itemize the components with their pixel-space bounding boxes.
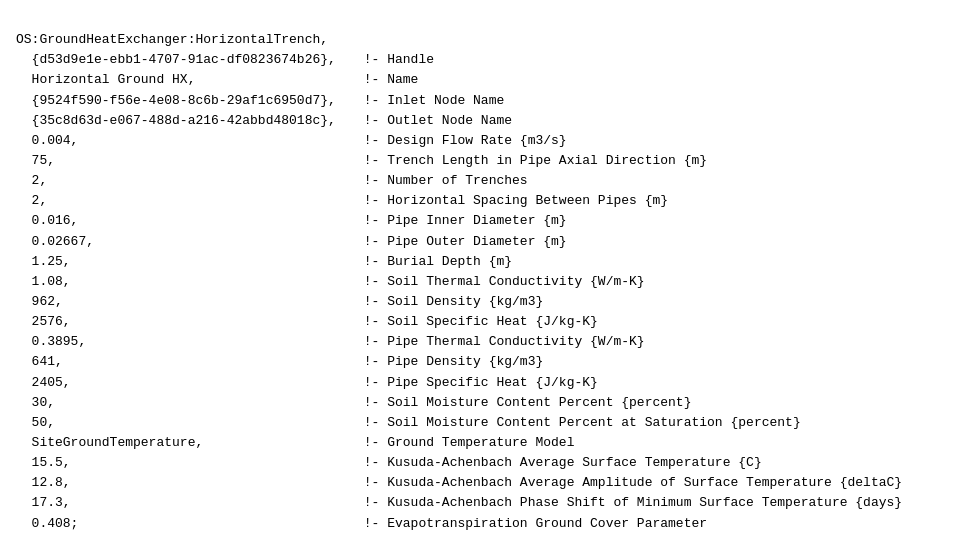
code-line: {d53d9e1e-ebb1-4707-91ac-df0823674b26}, …: [16, 50, 944, 70]
code-separator: [356, 272, 364, 292]
code-line: 17.3, !- Kusuda-Achenbach Phase Shift of…: [16, 493, 944, 513]
code-separator: [356, 131, 364, 151]
code-comment: !- Horizontal Spacing Between Pipes {m}: [364, 191, 668, 211]
code-block: OS:GroundHeatExchanger:HorizontalTrench,…: [0, 0, 960, 540]
code-comment: !- Pipe Inner Diameter {m}: [364, 211, 567, 231]
code-line: SiteGroundTemperature, !- Ground Tempera…: [16, 433, 944, 453]
code-line: 0.016, !- Pipe Inner Diameter {m}: [16, 211, 944, 231]
code-left: 0.3895,: [16, 332, 356, 352]
code-comment: !- Soil Thermal Conductivity {W/m-K}: [364, 272, 645, 292]
code-separator: [356, 493, 364, 513]
code-comment: !- Pipe Outer Diameter {m}: [364, 232, 567, 252]
code-left: 2405,: [16, 373, 356, 393]
code-left: 12.8,: [16, 473, 356, 493]
code-comment: !- Soil Moisture Content Percent at Satu…: [364, 413, 801, 433]
code-separator: [356, 111, 364, 131]
code-comment: !- Kusuda-Achenbach Average Amplitude of…: [364, 473, 902, 493]
code-left: SiteGroundTemperature,: [16, 433, 356, 453]
code-separator: [356, 373, 364, 393]
code-left: 1.25,: [16, 252, 356, 272]
code-separator: [356, 70, 364, 90]
code-separator: [356, 171, 364, 191]
code-left: 0.016,: [16, 211, 356, 231]
code-separator: [356, 191, 364, 211]
code-line: 0.004, !- Design Flow Rate {m3/s}: [16, 131, 944, 151]
code-left: 1.08,: [16, 272, 356, 292]
code-line: 50, !- Soil Moisture Content Percent at …: [16, 413, 944, 433]
code-separator: [356, 211, 364, 231]
code-left: 50,: [16, 413, 356, 433]
code-left: 2,: [16, 191, 356, 211]
code-line: 30, !- Soil Moisture Content Percent {pe…: [16, 393, 944, 413]
code-left: 15.5,: [16, 453, 356, 473]
code-line: {35c8d63d-e067-488d-a216-42abbd48018c}, …: [16, 111, 944, 131]
code-separator: [356, 332, 364, 352]
code-comment: !- Name: [364, 70, 419, 90]
code-comment: !- Inlet Node Name: [364, 91, 504, 111]
code-line: 0.02667, !- Pipe Outer Diameter {m}: [16, 232, 944, 252]
code-comment: !- Pipe Specific Heat {J/kg-K}: [364, 373, 598, 393]
code-left: 2576,: [16, 312, 356, 332]
code-left: 641,: [16, 352, 356, 372]
code-line: 1.25, !- Burial Depth {m}: [16, 252, 944, 272]
code-comment: !- Trench Length in Pipe Axial Direction…: [364, 151, 707, 171]
code-comment: !- Pipe Density {kg/m3}: [364, 352, 543, 372]
code-left: {35c8d63d-e067-488d-a216-42abbd48018c},: [16, 111, 356, 131]
code-left: {9524f590-f56e-4e08-8c6b-29af1c6950d7},: [16, 91, 356, 111]
code-line: 1.08, !- Soil Thermal Conductivity {W/m-…: [16, 272, 944, 292]
code-separator: [356, 473, 364, 493]
code-comment: !- Soil Moisture Content Percent {percen…: [364, 393, 692, 413]
code-comment: !- Burial Depth {m}: [364, 252, 512, 272]
code-line: {9524f590-f56e-4e08-8c6b-29af1c6950d7}, …: [16, 91, 944, 111]
code-left: {d53d9e1e-ebb1-4707-91ac-df0823674b26},: [16, 50, 356, 70]
code-line: 0.408; !- Evapotranspiration Ground Cove…: [16, 514, 944, 534]
code-left: 0.02667,: [16, 232, 356, 252]
code-left: 962,: [16, 292, 356, 312]
code-line: 2, !- Number of Trenches: [16, 171, 944, 191]
code-comment: !- Number of Trenches: [364, 171, 528, 191]
code-left: 0.408;: [16, 514, 356, 534]
code-comment: !- Soil Specific Heat {J/kg-K}: [364, 312, 598, 332]
code-separator: [356, 232, 364, 252]
code-comment: !- Kusuda-Achenbach Average Surface Temp…: [364, 453, 762, 473]
code-line: 12.8, !- Kusuda-Achenbach Average Amplit…: [16, 473, 944, 493]
code-line: 0.3895, !- Pipe Thermal Conductivity {W/…: [16, 332, 944, 352]
code-line: 2576, !- Soil Specific Heat {J/kg-K}: [16, 312, 944, 332]
code-separator: [356, 393, 364, 413]
code-left: 0.004,: [16, 131, 356, 151]
code-separator: [356, 91, 364, 111]
code-left: OS:GroundHeatExchanger:HorizontalTrench,: [16, 30, 356, 50]
code-line: 2, !- Horizontal Spacing Between Pipes {…: [16, 191, 944, 211]
code-line: 75, !- Trench Length in Pipe Axial Direc…: [16, 151, 944, 171]
code-left: 30,: [16, 393, 356, 413]
code-line: OS:GroundHeatExchanger:HorizontalTrench,: [16, 30, 944, 50]
code-line: 15.5, !- Kusuda-Achenbach Average Surfac…: [16, 453, 944, 473]
code-comment: !- Outlet Node Name: [364, 111, 512, 131]
code-line: Horizontal Ground HX, !- Name: [16, 70, 944, 90]
code-comment: !- Soil Density {kg/m3}: [364, 292, 543, 312]
code-left: 2,: [16, 171, 356, 191]
code-separator: [356, 312, 364, 332]
code-separator: [356, 50, 364, 70]
code-comment: !- Kusuda-Achenbach Phase Shift of Minim…: [364, 493, 902, 513]
code-comment: !- Ground Temperature Model: [364, 433, 575, 453]
code-line: 962, !- Soil Density {kg/m3}: [16, 292, 944, 312]
code-separator: [356, 292, 364, 312]
code-left: 17.3,: [16, 493, 356, 513]
code-comment: !- Handle: [364, 50, 434, 70]
code-separator: [356, 514, 364, 534]
code-comment: !- Pipe Thermal Conductivity {W/m-K}: [364, 332, 645, 352]
code-separator: [356, 433, 364, 453]
code-separator: [356, 413, 364, 433]
code-separator: [356, 252, 364, 272]
code-separator: [356, 352, 364, 372]
code-comment: !- Design Flow Rate {m3/s}: [364, 131, 567, 151]
code-comment: !- Evapotranspiration Ground Cover Param…: [364, 514, 707, 534]
code-left: 75,: [16, 151, 356, 171]
code-line: 641, !- Pipe Density {kg/m3}: [16, 352, 944, 372]
code-separator: [356, 151, 364, 171]
code-line: 2405, !- Pipe Specific Heat {J/kg-K}: [16, 373, 944, 393]
code-left: Horizontal Ground HX,: [16, 70, 356, 90]
code-separator: [356, 453, 364, 473]
